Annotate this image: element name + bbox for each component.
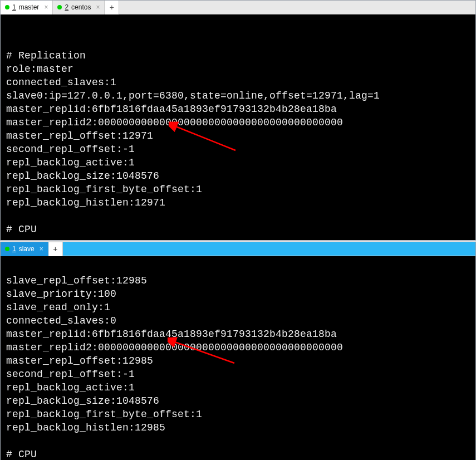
status-dot-icon: [57, 5, 62, 9]
term-line: # CPU: [6, 449, 37, 460]
term-line: second_repl_offset:-1: [6, 144, 135, 155]
term-line: master_replid2:0000000000000000000000000…: [6, 342, 343, 353]
term-line: # CPU: [6, 224, 37, 235]
term-line: connected_slaves:0: [6, 315, 116, 326]
close-icon[interactable]: ×: [44, 4, 48, 11]
term-line: master_repl_offset:12971: [6, 130, 153, 141]
close-icon[interactable]: ×: [40, 246, 43, 252]
term-line: repl_backlog_first_byte_offset:1: [6, 184, 202, 195]
new-tab-button[interactable]: +: [48, 242, 63, 256]
tab-slave[interactable]: 1 slave ×: [1, 242, 48, 256]
term-line: second_repl_offset:-1: [6, 369, 135, 380]
term-line: master_replid2:0000000000000000000000000…: [6, 117, 343, 128]
status-dot-icon: [5, 247, 9, 251]
term-line: repl_backlog_size:1048576: [6, 170, 159, 182]
term-line: slave_priority:100: [6, 288, 116, 300]
term-line: master_replid:6fbf1816fdaa45a1893ef91793…: [6, 329, 337, 340]
slave-panel: 1 slave × + slave_repl_offset:12985 slav…: [0, 242, 476, 460]
svg-line-1: [174, 126, 235, 150]
tab-num: 2: [65, 3, 68, 11]
tab-num: 1: [12, 245, 16, 253]
term-line: master_repl_offset:12985: [6, 355, 153, 366]
term-line: repl_backlog_histlen:12971: [6, 197, 165, 208]
term-line: connected_slaves:1: [6, 77, 116, 88]
tab-label: slave: [19, 245, 35, 253]
status-dot-icon: [5, 5, 9, 9]
term-line: repl_backlog_active:1: [6, 382, 135, 393]
term-line: # Replication: [6, 50, 86, 61]
term-line: role:master: [6, 63, 73, 75]
new-tab-button[interactable]: +: [105, 1, 119, 14]
close-icon[interactable]: ×: [96, 4, 100, 11]
top-tabbar: 1 master × 2 centos × +: [1, 1, 475, 14]
term-line: master_replid:6fbf1816fdaa45a1893ef91793…: [6, 104, 337, 115]
tab-label: master: [19, 3, 40, 11]
tab-master[interactable]: 1 master ×: [1, 1, 53, 14]
term-line: slave_repl_offset:12985: [6, 275, 147, 286]
term-line: slave_read_only:1: [6, 302, 110, 313]
term-line: repl_backlog_size:1048576: [6, 395, 159, 407]
master-panel: 1 master × 2 centos × + # Replication ro…: [0, 0, 476, 241]
tab-centos[interactable]: 2 centos ×: [53, 1, 105, 14]
term-line: repl_backlog_histlen:12985: [6, 422, 165, 433]
term-line: repl_backlog_first_byte_offset:1: [6, 409, 202, 420]
tab-num: 1: [12, 3, 16, 11]
term-line: slave0:ip=127.0.0.1,port=6380,state=onli…: [6, 90, 380, 101]
term-line: repl_backlog_active:1: [6, 157, 135, 168]
tab-label: centos: [71, 3, 91, 11]
terminal-top[interactable]: # Replication role:master connected_slav…: [1, 14, 475, 240]
terminal-bottom[interactable]: slave_repl_offset:12985 slave_priority:1…: [1, 256, 475, 460]
bottom-tabbar: 1 slave × +: [1, 242, 475, 256]
